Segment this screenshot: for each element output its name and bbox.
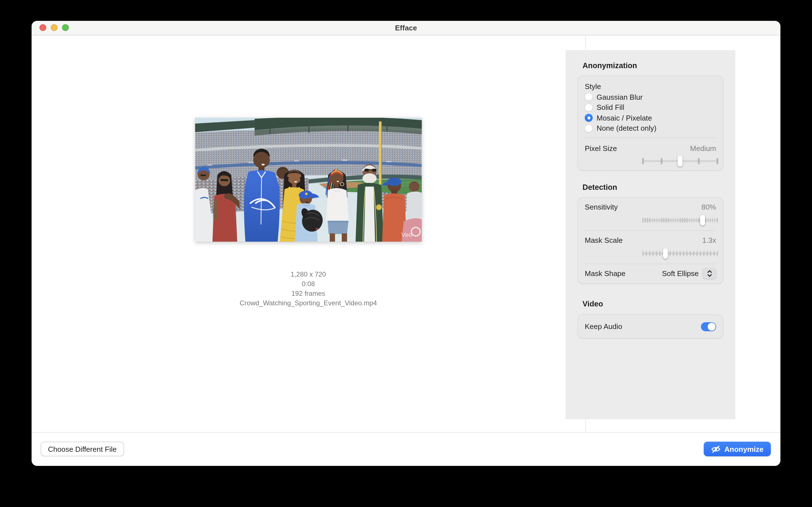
- choose-different-file-button[interactable]: Choose Different File: [41, 442, 124, 456]
- titlebar: Efface: [32, 20, 780, 35]
- footer-bar: Choose Different File Anonymize: [32, 432, 780, 466]
- radio-label: Mosaic / Pixelate: [597, 114, 652, 122]
- keep-audio-toggle[interactable]: [701, 322, 716, 331]
- radio-label: Solid Fill: [597, 103, 624, 112]
- sensitivity-label: Sensitivity: [585, 203, 618, 211]
- keep-audio-card: Keep Audio: [577, 314, 723, 339]
- radio-mosaic-pixelate[interactable]: Mosaic / Pixelate: [585, 113, 716, 123]
- sensitivity-slider[interactable]: [643, 214, 717, 226]
- file-metadata: 1,280 x 720 0:08 192 frames Crowd_Watchi…: [240, 270, 377, 308]
- radio-solid-fill[interactable]: Solid Fill: [585, 102, 716, 113]
- radio-none-detect-only[interactable]: None (detect only): [585, 123, 716, 133]
- chevron-up-down-icon: [707, 270, 712, 277]
- radio-icon[interactable]: [585, 93, 593, 101]
- radio-icon[interactable]: [585, 104, 593, 112]
- close-button[interactable]: [40, 24, 46, 31]
- zoom-button[interactable]: [62, 24, 69, 31]
- pixel-size-value: Medium: [690, 144, 716, 152]
- anonymize-button[interactable]: Anonymize: [703, 442, 771, 456]
- anonymization-header: Anonymization: [582, 61, 735, 70]
- video-preview: Veo: [195, 117, 422, 241]
- desktop: Efface: [0, 0, 812, 507]
- detection-header: Detection: [582, 183, 735, 191]
- meta-frames: 192 frames: [240, 289, 377, 298]
- anonymize-button-label: Anonymize: [724, 445, 763, 453]
- veo-watermark: Veo: [401, 231, 412, 238]
- pixel-size-label: Pixel Size: [585, 144, 617, 152]
- video-frame-illustration: Veo: [195, 117, 422, 241]
- toggle-knob[interactable]: [708, 323, 716, 330]
- main-preview-area: Veo 1,280 x 720 0:08 192 frames Crowd_Wa…: [32, 35, 585, 432]
- mask-scale-slider[interactable]: [643, 247, 717, 260]
- slider-thumb[interactable]: [700, 215, 705, 226]
- traffic-lights: [40, 20, 69, 35]
- mask-shape-value: Soft Ellipse: [662, 269, 699, 278]
- card-divider: [585, 137, 716, 138]
- meta-resolution: 1,280 x 720: [240, 270, 377, 279]
- video-header: Video: [582, 300, 735, 308]
- window-title: Efface: [395, 23, 417, 32]
- slider-thumb[interactable]: [663, 248, 668, 259]
- mask-shape-popup-button[interactable]: [703, 268, 716, 279]
- mask-scale-label: Mask Scale: [585, 236, 622, 244]
- radio-gaussian-blur[interactable]: Gaussian Blur: [585, 92, 716, 102]
- style-card: Style Gaussian Blur Solid Fill Mosaic / …: [577, 75, 723, 171]
- efface-window: Efface: [32, 20, 780, 466]
- slider-thumb[interactable]: [677, 156, 682, 167]
- radio-icon[interactable]: [585, 124, 593, 132]
- style-label: Style: [585, 80, 716, 92]
- keep-audio-label: Keep Audio: [585, 322, 622, 331]
- sensitivity-value: 80%: [702, 203, 716, 211]
- content-area: Veo 1,280 x 720 0:08 192 frames Crowd_Wa…: [32, 35, 780, 432]
- mask-scale-value: 1.3x: [702, 236, 716, 244]
- radio-label: Gaussian Blur: [597, 93, 643, 101]
- detection-card: Sensitivity 80% Mask Scale 1: [577, 197, 723, 284]
- mask-shape-label: Mask Shape: [585, 269, 626, 278]
- radio-icon[interactable]: [585, 114, 593, 122]
- radio-label: None (detect only): [597, 124, 656, 133]
- settings-panel: Anonymization Style Gaussian Blur Solid …: [565, 50, 735, 419]
- pixel-size-slider[interactable]: [643, 155, 717, 167]
- eye-slash-icon: [711, 445, 720, 453]
- minimize-button[interactable]: [51, 24, 57, 31]
- meta-filename: Crowd_Watching_Sporting_Event_Video.mp4: [240, 298, 377, 308]
- meta-duration: 0:08: [240, 279, 377, 289]
